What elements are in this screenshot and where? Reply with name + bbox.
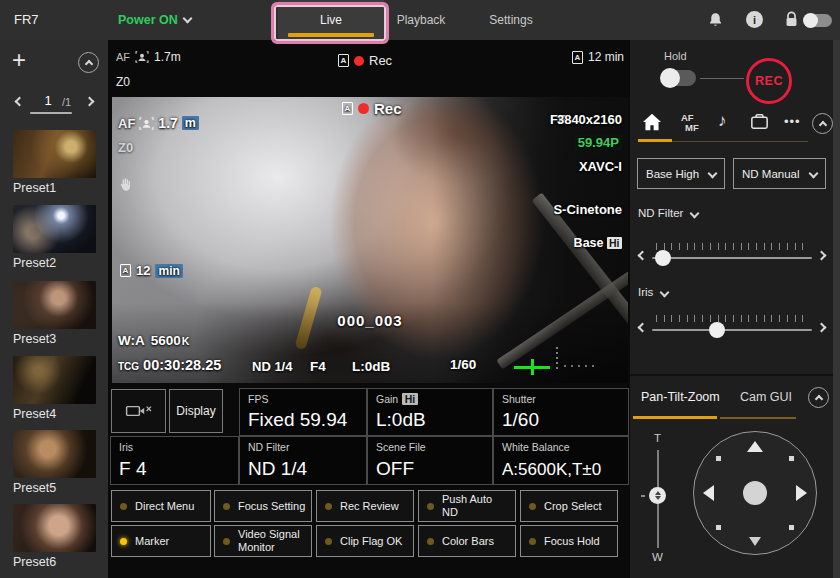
joystick-diagonal-dot [789,525,794,530]
joystick-diagonal-dot [716,525,721,530]
joystick-up-icon[interactable] [747,441,763,452]
assign-button-push-auto-nd[interactable]: Push Auto ND [418,490,516,522]
base-sensitivity-select[interactable]: Base High [637,158,725,189]
power-chevron-down-icon[interactable] [183,14,193,24]
home-tab-icon[interactable] [642,113,662,131]
joystick-left-icon[interactable] [703,485,714,501]
panel-fps[interactable]: FPS Fixed 59.94 [240,389,366,435]
add-preset-button[interactable]: + [12,50,26,70]
assign-button-direct-menu[interactable]: Direct Menu [111,490,211,522]
iris-slider-track[interactable] [652,329,812,331]
collapse-presets-icon[interactable] [78,52,99,73]
touch-focus-hand-icon [118,177,131,191]
assign-button-focus-hold[interactable]: Focus Hold [520,525,618,557]
iris-section[interactable]: Iris [638,286,668,298]
status-focus: AF 1.7m [116,50,181,64]
preset-thumbnail-5[interactable] [13,430,96,478]
nd-filter-section[interactable]: ND Filter [638,207,698,219]
assign-label: Direct Menu [135,500,194,513]
joystick-down-icon[interactable] [749,537,761,546]
media-tab-icon[interactable] [750,113,769,130]
status-rec-label: Rec [369,53,392,68]
assign-button-video-signal-monitor[interactable]: Video Signal Monitor [214,525,312,557]
assign-button-marker[interactable]: Marker [111,525,211,557]
status-remaining-time: 12 min [588,50,624,64]
preset-page-total: /1 [62,96,71,108]
lock-toggle[interactable] [804,14,832,27]
panel-nd-filter[interactable]: ND Filter ND 1/4 [240,437,366,484]
power-status[interactable]: Power ON [118,13,178,27]
zoom-tele-label: T [654,432,661,444]
bell-icon[interactable] [707,11,724,29]
assign-led [223,503,230,510]
panel-iris-value: F 4 [119,458,146,480]
preset-label-4: Preset4 [13,407,56,421]
panel-scene-file[interactable]: Scene File OFF [368,437,492,484]
media-slot-letter: A [123,266,129,275]
preset-page-underline [30,112,72,114]
panel-iris[interactable]: Iris F 4 [111,437,238,484]
assign-button-rec-review[interactable]: Rec Review [316,490,414,522]
preset-page-number[interactable]: 1 [36,93,60,108]
preset-thumbnail-2[interactable] [13,205,96,253]
panel-fps-label: FPS [248,393,268,405]
osd-base-label: Base [574,236,604,250]
preset-label-6: Preset6 [13,555,56,569]
osd-color-profile: S-Cinetone [553,202,622,217]
info-icon[interactable]: i [746,11,763,28]
osd-white-balance: W:A 5600K [118,333,189,348]
panel-shutter[interactable]: Shutter 1/60 [494,389,628,435]
status-rec: A Rec [338,53,392,68]
nd-mode-select[interactable]: ND Manual [733,158,826,189]
media-slot-letter: A [341,56,347,65]
collapse-ptz-icon[interactable] [808,387,829,408]
assign-led [529,503,536,510]
preset-thumbnail-3[interactable] [13,281,96,329]
hold-toggle[interactable] [662,70,696,86]
face-detect-icon [135,51,149,63]
panel-white-balance[interactable]: White Balance A:5600K,T±0 [494,437,628,484]
panel-gain[interactable]: GainHi L:0dB [368,389,492,435]
joystick-center-button[interactable] [743,481,767,505]
viewfinder[interactable]: A Rec AF 1.7 m Z0 FF 3840x2160 59.94P XA… [112,97,628,383]
rec-button[interactable]: REC [746,58,792,104]
display-button[interactable]: Display [169,389,223,433]
top-bar: FR7 Power ON Live Playback Settings i [0,0,840,40]
osd-zoom-position: Z0 [118,140,133,155]
assign-button-focus-setting[interactable]: Focus Setting [214,490,312,522]
preset-page-prev-icon[interactable] [15,97,25,107]
preset-page-next-icon[interactable] [85,97,95,107]
camgui-underline [720,417,796,419]
preset-thumbnail-6[interactable] [13,504,96,552]
focus-tab-icon[interactable]: AF MF [681,113,699,132]
collapse-right-panel-icon[interactable] [812,113,833,134]
assign-label: Rec Review [340,500,399,513]
info-glyph: i [753,14,756,26]
assign-led [427,538,434,545]
audio-tab-icon[interactable]: ♪ [718,111,727,131]
more-tab-icon[interactable]: ••• [784,114,801,129]
osd-wb-unit: K [182,335,190,347]
osd-iris-value: F4 [310,359,326,374]
assign-button-crop-select[interactable]: Crop Select [520,490,618,522]
assign-button-color-bars[interactable]: Color Bars [418,525,516,557]
joystick-right-icon[interactable] [796,485,807,501]
scrollbar-track[interactable] [833,40,840,578]
nd-slider-knob[interactable] [655,250,671,266]
preset-thumbnail-1[interactable] [13,130,96,178]
media-card-icon: A [572,51,583,64]
tab-playback[interactable]: Playback [371,0,471,40]
zoom-slider-knob[interactable] [649,487,666,504]
tab-settings[interactable]: Settings [461,0,561,40]
iris-slider-knob[interactable] [709,322,725,338]
tab-live[interactable]: Live [278,0,384,40]
tab-pan-tilt-zoom[interactable]: Pan-Tilt-Zoom [641,390,720,404]
stream-off-button[interactable] [111,389,166,433]
panel-nd-value: ND 1/4 [248,458,307,480]
panel-iris-label: Iris [119,441,133,453]
nd-slider-track[interactable] [652,257,812,259]
preset-thumbnail-4[interactable] [13,356,96,404]
assign-button-clip-flag-ok[interactable]: Clip Flag OK [316,525,414,557]
tab-cam-gui[interactable]: Cam GUI [740,390,792,404]
osd-focus-distance: 1.7 [158,115,177,131]
